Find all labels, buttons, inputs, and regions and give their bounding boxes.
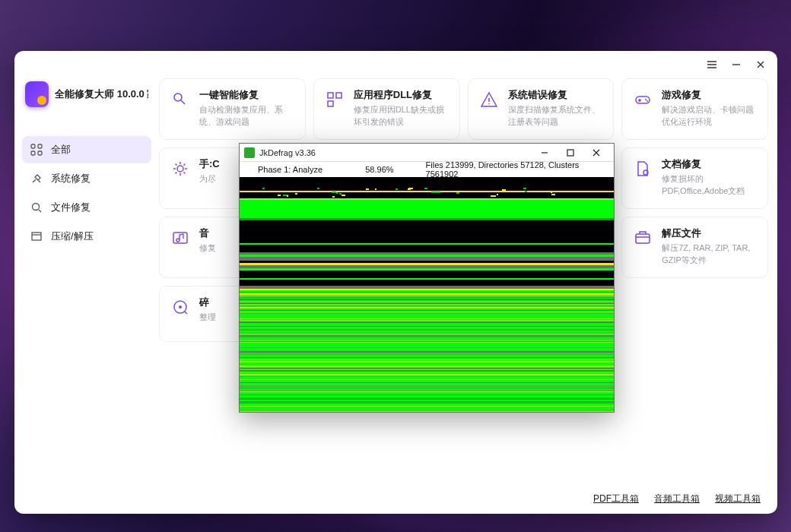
svg-rect-0	[31, 144, 35, 148]
card-game-repair[interactable]: 游戏修复解决游戏启动、卡顿问题优化运行环境	[621, 78, 768, 140]
svg-point-11	[645, 99, 646, 100]
svg-rect-17	[636, 234, 650, 243]
jkdefrag-status: Phase 1: Analyze 58.96% Files 213999, Di…	[240, 162, 614, 177]
card-title: 一键智能修复	[199, 88, 296, 102]
minimize-icon[interactable]	[532, 144, 558, 161]
svg-point-4	[33, 204, 40, 211]
jkdefrag-title: JkDefrag v3.36	[259, 148, 532, 157]
card-title: 手:C	[199, 157, 220, 171]
gamepad-icon	[631, 88, 654, 111]
dll-icon	[323, 88, 346, 111]
card-system-error[interactable]: 系统错误修复深度扫描修复系统文件、注册表等问题	[468, 78, 615, 140]
wrench-icon	[169, 88, 192, 111]
card-extract[interactable]: 解压文件解压7Z, RAR, ZIP, TAR, GZIP等文件	[621, 217, 768, 278]
sidebar-item-all[interactable]: 全部	[22, 136, 151, 163]
card-desc: 修复损坏的PDF,Office,Adobe文档	[662, 173, 758, 198]
svg-rect-7	[328, 93, 333, 98]
svg-rect-10	[636, 97, 650, 103]
extract-icon	[631, 226, 654, 249]
grid-icon	[30, 143, 43, 157]
music-icon	[169, 226, 192, 249]
sidebar-item-label: 全部	[51, 143, 71, 157]
sidebar-item-compress[interactable]: 压缩/解压	[22, 223, 151, 250]
card-title: 文档修复	[662, 157, 758, 171]
svg-rect-5	[32, 233, 41, 240]
sidebar-item-label: 文件修复	[51, 201, 91, 214]
sidebar: 全能修复大师 10.0.0 家 全部 系统修复	[14, 78, 159, 483]
document-icon	[631, 157, 654, 180]
card-title: 应用程序DLL修复	[354, 88, 450, 102]
card-title: 游戏修复	[662, 88, 758, 102]
percent-label: 58.96%	[365, 165, 393, 174]
sidebar-item-system[interactable]: 系统修复	[22, 165, 151, 192]
svg-point-19	[179, 306, 182, 309]
svg-point-6	[174, 93, 182, 101]
stats-label: Files 213999, Directories 57128, Cluster…	[426, 160, 596, 179]
app-logo: 全能修复大师 10.0.0 家	[22, 78, 151, 121]
file-search-icon	[30, 201, 43, 214]
svg-rect-9	[328, 101, 333, 106]
sidebar-item-file[interactable]: 文件修复	[22, 194, 151, 221]
svg-rect-3	[38, 151, 42, 155]
archive-icon	[30, 230, 43, 243]
logo-icon	[25, 81, 49, 107]
app-title: 全能修复大师 10.0.0 家	[55, 87, 148, 101]
footer-link-audio[interactable]: 音频工具箱	[654, 492, 700, 505]
card-desc: 深度扫描修复系统文件、注册表等问题	[508, 104, 605, 128]
card-desc: 解决游戏启动、卡顿问题优化运行环境	[662, 104, 758, 128]
footer: PDF工具箱 音频工具箱 视频工具箱	[14, 483, 777, 514]
minimize-icon[interactable]	[730, 59, 742, 71]
sidebar-item-label: 压缩/解压	[51, 230, 94, 243]
maximize-icon[interactable]	[558, 144, 583, 161]
gear-icon	[169, 157, 192, 180]
jkdefrag-window: JkDefrag v3.36 Phase 1: Analyze 58.96% F…	[239, 143, 615, 413]
card-desc: 自动检测修复应用、系统、游戏问题	[199, 104, 296, 128]
card-desc: 修复	[199, 242, 216, 255]
tools-icon	[30, 172, 43, 185]
warning-icon	[478, 88, 500, 111]
svg-rect-20	[567, 150, 573, 156]
sidebar-item-label: 系统修复	[51, 172, 91, 185]
svg-rect-1	[38, 144, 42, 148]
close-icon[interactable]	[583, 144, 609, 161]
card-title: 系统错误修复	[508, 88, 605, 102]
card-desc: 修复应用因DLL缺失或损坏引发的错误	[354, 104, 450, 128]
card-title: 解压文件	[662, 226, 758, 240]
card-title: 音	[199, 226, 216, 240]
menu-icon[interactable]	[706, 59, 718, 71]
card-dll-repair[interactable]: 应用程序DLL修复修复应用因DLL缺失或损坏引发的错误	[313, 78, 460, 140]
jkdefrag-app-icon	[244, 147, 255, 158]
svg-rect-8	[336, 93, 341, 98]
jkdefrag-titlebar[interactable]: JkDefrag v3.36	[240, 144, 614, 162]
card-doc-repair[interactable]: 文档修复修复损坏的PDF,Office,Adobe文档	[621, 147, 768, 209]
card-desc: 整理	[199, 312, 216, 324]
titlebar	[14, 51, 777, 78]
svg-rect-2	[31, 151, 35, 155]
card-title: 碎	[199, 296, 216, 309]
card-desc: 为尽	[199, 173, 220, 185]
svg-point-12	[646, 100, 648, 102]
footer-link-pdf[interactable]: PDF工具箱	[593, 492, 639, 505]
defrag-map	[240, 177, 614, 412]
svg-point-13	[177, 166, 183, 172]
footer-link-video[interactable]: 视频工具箱	[715, 492, 761, 505]
disk-icon	[169, 296, 192, 318]
card-smart-repair[interactable]: 一键智能修复自动检测修复应用、系统、游戏问题	[159, 78, 306, 140]
phase-label: Phase 1: Analyze	[258, 165, 333, 174]
close-icon[interactable]	[754, 59, 767, 71]
card-desc: 解压7Z, RAR, ZIP, TAR, GZIP等文件	[662, 242, 758, 267]
